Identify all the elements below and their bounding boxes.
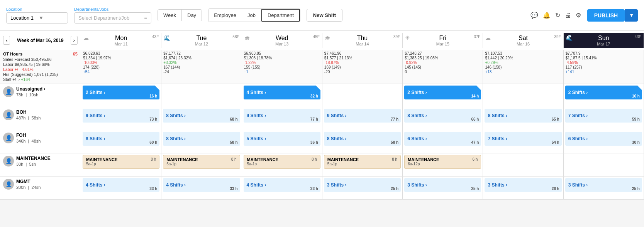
shift-tile[interactable]: 8 Shifts › 66 h <box>404 109 481 123</box>
shift-tile[interactable]: 6 Shifts › 47 h <box>404 132 481 146</box>
shift-tile[interactable]: 3 Shifts › 25 h <box>324 178 401 192</box>
shift-tile-maintenance[interactable]: MAINTENANCE 6 h 6a-12p <box>404 155 481 169</box>
shift-tile-maintenance[interactable]: MAINTENANCE 8 h 5a-1p <box>163 155 240 169</box>
day-forecast: $7,248.27 <box>405 51 481 55</box>
emp-info-0: 👤 Unassigned 78h | 10sh <box>0 84 81 107</box>
day-labor: $1,442 | 20.29% <box>485 56 561 60</box>
shift-tile[interactable]: 2 Shifts › 16 h <box>565 86 642 99</box>
staff-val: +164 <box>21 77 30 82</box>
publish-dropdown-button[interactable]: ▼ <box>625 9 638 22</box>
shift-tile[interactable]: 7 Shifts › 54 h <box>485 132 561 146</box>
shift-hours: 60 h <box>149 140 157 145</box>
ot-label: OT Hours <box>3 52 22 56</box>
refresh-icon[interactable]: ↻ <box>555 12 560 19</box>
shift-tile[interactable]: 9 Shifts › 77 h <box>244 109 320 123</box>
shift-cell-4: 6 Shifts › 47 h <box>403 130 483 153</box>
corner-decoration <box>155 86 159 90</box>
shift-tile[interactable]: 4 Shifts › 33 h <box>83 178 159 192</box>
shift-tile[interactable]: 8 Shifts › 68 h <box>163 109 240 123</box>
maint-hours: 8 h <box>151 157 156 161</box>
day-stat-col-4: $7,248.27 $1,383.25 | 19.08% -0.92% 145 … <box>403 50 483 84</box>
emp-info-1: 👤 BOH 487h | 58sh <box>0 107 81 130</box>
job-filter-button[interactable]: Job <box>242 9 261 22</box>
new-shift-button[interactable]: New Shift <box>307 9 342 22</box>
location-arrow-icon: ▼ <box>39 15 64 21</box>
shift-hours: 73 h <box>149 117 157 121</box>
shift-tile[interactable]: 7 Shifts › 59 h <box>565 109 642 123</box>
department-filter-button[interactable]: Department <box>261 9 300 22</box>
shift-hours: 14 h <box>471 94 479 98</box>
shift-tile[interactable]: 8 Shifts › 60 h <box>83 132 159 146</box>
week-nav: ‹ Week of Mar 16, 2019 › <box>0 36 81 45</box>
shift-tile[interactable]: 9 Shifts › 73 h <box>83 109 159 123</box>
shift-hours: 36 h <box>310 140 318 145</box>
emp-row: 👤 MAINTENANCE 38h | 5sh MAINTENANCE 8 h … <box>0 153 644 177</box>
location-dropdown[interactable]: Location 1 ▼ <box>6 12 68 24</box>
location-label: Location <box>6 7 68 12</box>
shift-tile-maintenance[interactable]: MAINTENANCE 8 h 5a-1p <box>324 155 401 169</box>
shift-tile[interactable]: 2 Shifts › 14 h <box>404 86 481 99</box>
shift-cell-3: 3 Shifts › 25 h <box>322 177 403 199</box>
day-header-row: ‹ Week of Mar 16, 2019 › ☁ 43F Mon Mar 1… <box>0 31 644 50</box>
shift-label: 7 Shifts › <box>488 136 507 141</box>
shift-hours: 33 h <box>149 187 157 191</box>
shift-label: 6 Shifts › <box>407 136 427 141</box>
day-view-button[interactable]: Day <box>182 10 202 21</box>
shift-cell-0: 4 Shifts › 33 h <box>81 177 161 199</box>
day-stat-col-6: $7,707.9 $1,187.5 | 15.41% -4.59% 117 (2… <box>564 50 644 84</box>
shift-label: 4 Shifts › <box>166 182 186 188</box>
employee-filter-button[interactable]: Employee <box>208 9 242 22</box>
day-name: Thu <box>357 35 368 42</box>
shift-tile[interactable]: 4 Shifts › 33 h <box>163 178 240 192</box>
chat-icon[interactable]: 💬 <box>530 12 538 19</box>
shift-tile[interactable]: 4 Shifts › 32 h <box>244 86 320 99</box>
bell-icon[interactable]: 🔔 <box>543 12 551 19</box>
shift-tile[interactable]: 6 Shifts › 30 h <box>565 132 642 146</box>
shift-cell-5 <box>483 153 563 176</box>
avatar: 👤 <box>3 109 14 120</box>
shift-tile[interactable]: 3 Shifts › 26 h <box>485 178 561 192</box>
publish-button[interactable]: PUBLISH <box>587 9 625 22</box>
emp-name[interactable]: Unassigned <box>16 86 45 92</box>
shift-tile[interactable]: 5 Shifts › 36 h <box>244 132 320 146</box>
shift-hours: 25 h <box>391 187 398 191</box>
shift-tile[interactable]: 8 Shifts › 65 h <box>485 109 561 123</box>
shift-label: 9 Shifts › <box>247 113 266 118</box>
shift-tile[interactable]: 4 Shifts › 33 h <box>244 178 320 192</box>
icon-group: 💬 🔔 ↻ 🖨 ⚙ <box>530 12 581 19</box>
emp-name[interactable]: BOH <box>16 109 41 115</box>
day-forecast: $7,107.53 <box>485 51 561 55</box>
print-icon[interactable]: 🖨 <box>565 12 571 19</box>
shift-cell-3: MAINTENANCE 8 h 5a-1p <box>322 153 403 176</box>
maint-time: 6a-12p <box>408 162 478 166</box>
shift-tile[interactable]: 8 Shifts › 58 h <box>163 132 240 146</box>
next-week-button[interactable]: › <box>71 36 78 45</box>
emp-hours: 78h | 10sh <box>16 92 45 97</box>
shift-tile[interactable]: 3 Shifts › 25 h <box>565 178 642 192</box>
shift-tile[interactable]: 9 Shifts › 77 h <box>324 109 401 123</box>
shift-label: 2 Shifts › <box>568 90 588 95</box>
shift-cell-6: 3 Shifts › 25 h <box>564 177 644 199</box>
shift-tile-maintenance[interactable]: MAINTENANCE 8 h 5a-1p <box>244 155 320 169</box>
week-view-button[interactable]: Week <box>158 10 182 21</box>
staff-label: Staff +/- <box>3 77 17 82</box>
labor-stat: Labor $9,935.75 | 19.68% <box>3 62 78 67</box>
dept-dropdown[interactable]: Select Department/Job ≡ <box>74 12 151 24</box>
emp-row: 👤 BOH 487h | 58sh 9 Shifts › 73 h 8 Shif… <box>0 107 644 130</box>
emp-name[interactable]: MAINTENANCE <box>16 156 51 161</box>
shift-tile[interactable]: 3 Shifts › 25 h <box>404 178 481 192</box>
shift-hours: 26 h <box>552 187 559 191</box>
shift-hours: 25 h <box>632 187 640 191</box>
maint-time: 5a-1p <box>327 162 397 166</box>
shift-tile[interactable]: 2 Shifts › 16 h <box>83 86 159 99</box>
emp-name[interactable]: FOH <box>16 133 41 138</box>
shift-tile-maintenance[interactable]: MAINTENANCE 8 h 5a-1p <box>83 155 159 169</box>
shift-tile[interactable]: 8 Shifts › 58 h <box>324 132 401 146</box>
shift-cols: 9 Shifts › 73 h 8 Shifts › 68 h 9 Shifts… <box>81 107 644 130</box>
prev-week-button[interactable]: ‹ <box>3 36 10 45</box>
dept-placeholder: Select Department/Job <box>78 15 129 21</box>
shift-cell-2: MAINTENANCE 8 h 5a-1p <box>242 153 322 176</box>
settings-icon[interactable]: ⚙ <box>576 12 581 19</box>
emp-name[interactable]: MGMT <box>16 179 41 184</box>
avatar: 👤 <box>3 133 14 143</box>
